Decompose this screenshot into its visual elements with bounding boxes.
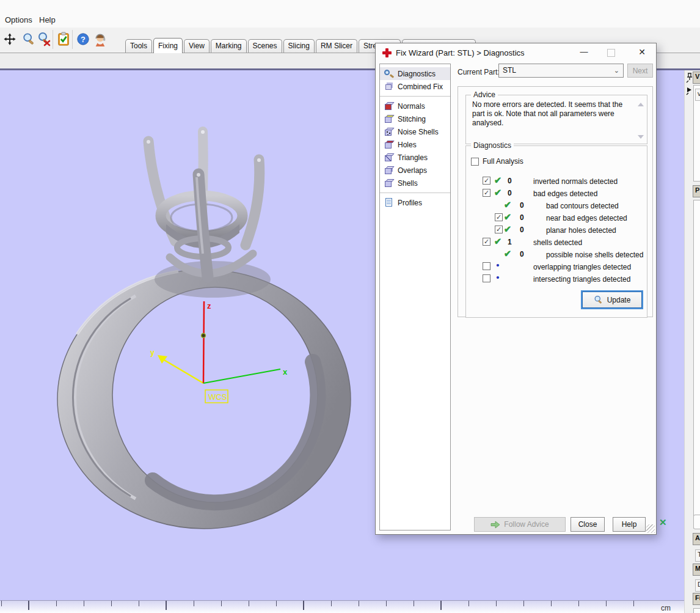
diagnostics-rows: ✓✔0inverted normals detected✓✔0bad edges… [466, 175, 647, 285]
tab-tools[interactable]: Tools [125, 39, 152, 53]
axis-z-label: z [207, 301, 211, 310]
checklist-icon [57, 32, 70, 46]
shells-icon [384, 178, 394, 188]
diagnostic-row: ✔0possible noise shells detected [466, 248, 647, 260]
current-part-select[interactable]: STL ⌄ [498, 64, 624, 78]
full-analysis-checkbox[interactable] [471, 158, 479, 166]
toolbar-separator [72, 30, 73, 49]
move-tool-button[interactable] [1, 30, 18, 48]
scroll-down-icon[interactable] [638, 135, 644, 139]
diagnostic-checkbox[interactable]: ✓ [483, 177, 490, 185]
help-icon: ? [76, 32, 90, 46]
wcs-label: WCS [208, 392, 227, 402]
help-dialog-button[interactable]: Help [613, 517, 646, 532]
resize-grip[interactable] [646, 524, 655, 533]
profiles-icon [384, 198, 394, 207]
panel-header-a[interactable]: A [693, 533, 700, 545]
dialog-title-bar[interactable]: Fix Wizard (Part: STL) > Diagnostics — ✕ [376, 43, 656, 62]
sidebar-item-overlaps[interactable]: Overlaps [380, 164, 450, 177]
info-dot-icon: • [492, 272, 504, 282]
update-button-label: Update [607, 296, 631, 304]
panel-fragment [693, 515, 700, 529]
diagnostic-checkbox[interactable] [483, 274, 490, 282]
sidebar-item-label: Overlaps [398, 166, 427, 175]
panel-header-p[interactable]: P [693, 185, 700, 197]
diagnostic-checkbox[interactable]: ✓ [483, 189, 490, 197]
close-button[interactable]: ✕ [635, 47, 649, 58]
tab-rm-slicer[interactable]: RM Slicer [316, 39, 357, 53]
tab-scenes[interactable]: Scenes [248, 39, 282, 53]
stitching-icon [384, 114, 394, 123]
sidebar-item-stitching[interactable]: Stitching [380, 112, 450, 125]
update-button[interactable]: Update [582, 292, 642, 308]
minimize-button[interactable]: — [577, 47, 591, 58]
diagnostic-count: 0 [520, 213, 524, 222]
zoom-tool-button[interactable] [20, 30, 37, 48]
dialog-title: Fix Wizard (Part: STL) > Diagnostics [396, 48, 525, 57]
close-dialog-button[interactable]: Close [571, 517, 605, 532]
wizard-content-box: Advice No more errors are detected. It s… [458, 86, 653, 317]
menu-help[interactable]: Help [39, 15, 56, 24]
maximize-button[interactable] [607, 49, 615, 57]
fix-wizard-cross-icon [382, 48, 392, 57]
help-button[interactable]: ? [75, 30, 92, 48]
diagnostic-label: inverted normals detected [533, 177, 618, 186]
info-dot-icon: • [492, 260, 504, 270]
diagnostic-row: ✓✔0bad edges detected [466, 187, 647, 199]
triangles-icon [384, 153, 394, 162]
check-icon: ✔ [501, 211, 514, 222]
tab-fixing[interactable]: Fixing [153, 38, 183, 53]
sidebar-group-middle: NormalsStitchingNoise ShellsHolesTriangl… [380, 100, 450, 189]
next-button[interactable]: Next [627, 64, 653, 78]
diagnostic-count: 0 [520, 250, 524, 259]
tab-slicing[interactable]: Slicing [283, 39, 315, 53]
follow-advice-button[interactable]: Follow Advice [474, 517, 566, 532]
magnifier-icon [22, 32, 35, 46]
chevron-down-icon: ⌄ [614, 64, 619, 77]
sidebar-item-diagnostics[interactable]: Diagnostics [380, 67, 450, 80]
panel-item-t[interactable]: T [695, 549, 700, 562]
combined-fix-icon [384, 82, 394, 91]
sidebar-item-shells[interactable]: Shells [380, 177, 450, 189]
sidebar-item-combined-fix[interactable]: Combined Fix [380, 80, 450, 93]
sidebar-item-label: Noise Shells [398, 128, 439, 136]
sidebar-item-label: Diagnostics [398, 70, 436, 78]
zoom-remove-tool-button[interactable] [35, 30, 53, 48]
panel-item-d[interactable]: D [695, 579, 700, 592]
sidebar-item-noise-shells[interactable]: Noise Shells [380, 125, 450, 138]
diagnostic-row: ✓✔0near bad edges detected [466, 211, 647, 224]
sidebar-item-label: Holes [398, 141, 417, 149]
sidebar-item-label: Shells [398, 179, 418, 188]
diagnostic-row: •overlapping triangles detected [466, 260, 647, 273]
magnifier-icon [594, 295, 603, 304]
panel-header-fi[interactable]: Fi [693, 593, 700, 605]
sidebar-item-label: Combined Fix [398, 83, 443, 91]
advice-group: Advice No more errors are detected. It s… [465, 95, 647, 144]
assistant-button[interactable] [92, 30, 109, 48]
panel-header-v[interactable]: V [693, 72, 700, 84]
sidebar-item-normals[interactable]: Normals [380, 100, 450, 112]
diagnostic-label: shells detected [533, 238, 582, 247]
menu-options[interactable]: Options [5, 15, 32, 24]
panel-header-m[interactable]: M [693, 563, 700, 576]
green-arrow-icon [490, 521, 500, 529]
verify-part-button[interactable] [55, 30, 72, 48]
diagnostic-label: bad edges detected [533, 189, 597, 198]
diagnostic-checkbox[interactable]: ✓ [483, 238, 490, 246]
magnifier-remove-icon [37, 32, 51, 46]
menu-bar: Options Help [0, 0, 700, 28]
sidebar-item-profiles[interactable]: Profiles [380, 196, 450, 209]
wcs-axes: z x y WCS [150, 301, 288, 403]
check-icon: ✔ [501, 248, 514, 259]
scroll-up-icon[interactable] [638, 103, 644, 106]
diagnostic-checkbox[interactable] [483, 262, 490, 270]
expand-arrow-icon[interactable] [686, 86, 693, 96]
tab-marking[interactable]: Marking [211, 39, 247, 53]
sidebar-item-holes[interactable]: Holes [380, 138, 450, 151]
diagnostic-label: near bad edges detected [546, 214, 627, 222]
sidebar-item-triangles[interactable]: Triangles [380, 151, 450, 164]
tab-view[interactable]: View [184, 39, 210, 53]
fix-wizard-dialog: Fix Wizard (Part: STL) > Diagnostics — ✕… [375, 43, 657, 535]
sidebar-item-label: Normals [398, 102, 425, 111]
diagnostic-count: 0 [508, 177, 512, 185]
